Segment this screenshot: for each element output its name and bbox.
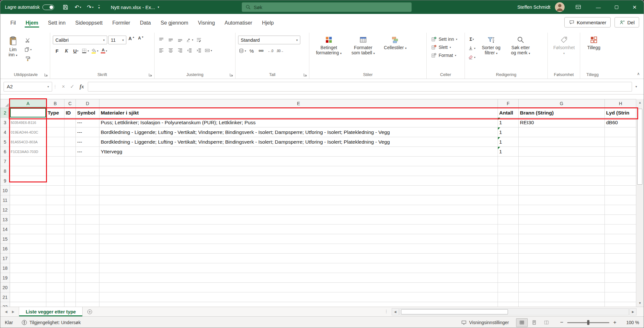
cell-D18[interactable] (76, 263, 99, 273)
cell-G16[interactable] (519, 244, 605, 254)
cell-B5[interactable] (46, 137, 64, 147)
ribbon-tab-sett-inn[interactable]: Sett inn (43, 16, 70, 29)
row-header-11[interactable]: 11 (0, 195, 10, 205)
row-header-5[interactable]: 5 (0, 137, 10, 147)
fill-button[interactable]: ▾ (467, 44, 476, 52)
cell-F4[interactable]: 1 (498, 127, 519, 137)
cell-A19[interactable] (10, 273, 46, 283)
page-break-view-button[interactable] (541, 318, 552, 327)
vscroll-up[interactable]: ▲ (636, 99, 644, 106)
cell-H17[interactable] (605, 254, 636, 263)
cell-A9[interactable] (10, 176, 46, 186)
cell-B13[interactable] (46, 215, 64, 224)
cell-B20[interactable] (46, 283, 64, 292)
maximize-button[interactable] (607, 0, 626, 14)
row-header-20[interactable]: 20 (0, 283, 10, 292)
cell-A18[interactable] (10, 263, 46, 273)
cell-G20[interactable] (519, 283, 605, 292)
copy-button[interactable]: ▾ (24, 45, 32, 54)
cell-E18[interactable] (99, 263, 498, 273)
hscroll-right[interactable]: ▶ (629, 308, 637, 315)
cell-A3[interactable]: 503549E6-B116 (10, 118, 46, 127)
cell-H14[interactable] (605, 224, 636, 234)
cell-F22[interactable] (498, 302, 519, 307)
cell-F10[interactable] (498, 186, 519, 195)
cell-H4[interactable] (605, 127, 636, 137)
accessibility-status[interactable]: Tilgjengelighet: Undersøk (21, 320, 81, 325)
cell-A13[interactable] (10, 215, 46, 224)
cell-F3[interactable]: 1 (498, 118, 519, 127)
cell-D22[interactable] (76, 302, 99, 307)
cell-E7[interactable] (99, 157, 498, 166)
row-header-15[interactable]: 15 (0, 234, 10, 244)
collapse-ribbon-button[interactable]: ∧ (637, 71, 640, 76)
vscroll-down[interactable]: ▼ (636, 300, 644, 307)
cell-C20[interactable] (64, 283, 76, 292)
font-size-combo[interactable]: 11▾ (108, 36, 126, 44)
column-header-B[interactable]: B (46, 99, 64, 108)
cell-E14[interactable] (99, 224, 498, 234)
row-header-6[interactable]: 6 (0, 147, 10, 157)
close-button[interactable]: × (626, 0, 644, 14)
cell-C14[interactable] (64, 224, 76, 234)
cell-E4[interactable]: Bordkledning - Liggende; Lufting - Verti… (99, 127, 498, 137)
cell-E6[interactable]: Yttervegg (99, 147, 498, 157)
cell-H19[interactable] (605, 273, 636, 283)
document-title[interactable]: Nytt navn.xlsx - Ex... ▾ (111, 5, 159, 10)
cell-B10[interactable] (46, 186, 64, 195)
autosum-button[interactable]: Σ▾ (467, 35, 476, 43)
cell-B14[interactable] (46, 224, 64, 234)
cell-H2[interactable]: Lyd (Strin (605, 108, 636, 118)
cell-B12[interactable] (46, 205, 64, 215)
row-header-19[interactable]: 19 (0, 273, 10, 283)
cell-E9[interactable] (99, 176, 498, 186)
cell-G5[interactable] (519, 137, 605, 147)
increase-decimal-button[interactable]: ←.0 (266, 47, 275, 55)
cell-E3[interactable]: Puss; Lettklinker; Isolasjon - Polyureta… (99, 118, 498, 127)
search-box[interactable] (242, 2, 412, 12)
cell-H15[interactable] (605, 234, 636, 244)
cell-H7[interactable] (605, 157, 636, 166)
cell-G22[interactable] (519, 302, 605, 307)
number-dialog-launcher[interactable] (303, 72, 307, 77)
cell-G10[interactable] (519, 186, 605, 195)
cell-C22[interactable] (64, 302, 76, 307)
cell-B3[interactable] (46, 118, 64, 127)
cell-B11[interactable] (46, 195, 64, 205)
sheet-tab-active[interactable]: Liste vegger etter type (19, 307, 83, 316)
expand-formula-bar-button[interactable]: ▾ (632, 85, 640, 88)
cell-B18[interactable] (46, 263, 64, 273)
cell-E8[interactable] (99, 166, 498, 176)
zoom-level[interactable]: 100 % (624, 320, 639, 325)
row-header-7[interactable]: 7 (0, 157, 10, 166)
cancel-icon[interactable]: × (62, 84, 65, 90)
font-color-button[interactable]: A ▾ (100, 47, 108, 55)
cell-H10[interactable] (605, 186, 636, 195)
cell-D15[interactable] (76, 234, 99, 244)
cell-E15[interactable] (99, 234, 498, 244)
cell-B19[interactable] (46, 273, 64, 283)
cell-A16[interactable] (10, 244, 46, 254)
cell-A11[interactable] (10, 195, 46, 205)
row-header-22[interactable]: 22 (0, 302, 10, 307)
cell-E12[interactable] (99, 205, 498, 215)
cell-B17[interactable] (46, 254, 64, 263)
minimize-button[interactable]: — (589, 0, 607, 14)
row-header-12[interactable]: 12 (0, 205, 10, 215)
cell-B8[interactable] (46, 166, 64, 176)
row-header-3[interactable]: 3 (0, 118, 10, 127)
cell-C17[interactable] (64, 254, 76, 263)
cell-H11[interactable] (605, 195, 636, 205)
cell-D10[interactable] (76, 186, 99, 195)
row-header-9[interactable]: 9 (0, 176, 10, 186)
cell-D12[interactable] (76, 205, 99, 215)
row-header-16[interactable]: 16 (0, 244, 10, 254)
vscroll-thumb[interactable] (637, 109, 642, 185)
cell-F14[interactable] (498, 224, 519, 234)
row-header-4[interactable]: 4 (0, 127, 10, 137)
cell-E2[interactable]: Materialer i sjikt (99, 108, 498, 118)
cell-E13[interactable] (99, 215, 498, 224)
sheet-nav-right[interactable]: ▶ (12, 310, 15, 313)
cell-E11[interactable] (99, 195, 498, 205)
fill-color-button[interactable]: ▾ (90, 47, 99, 55)
